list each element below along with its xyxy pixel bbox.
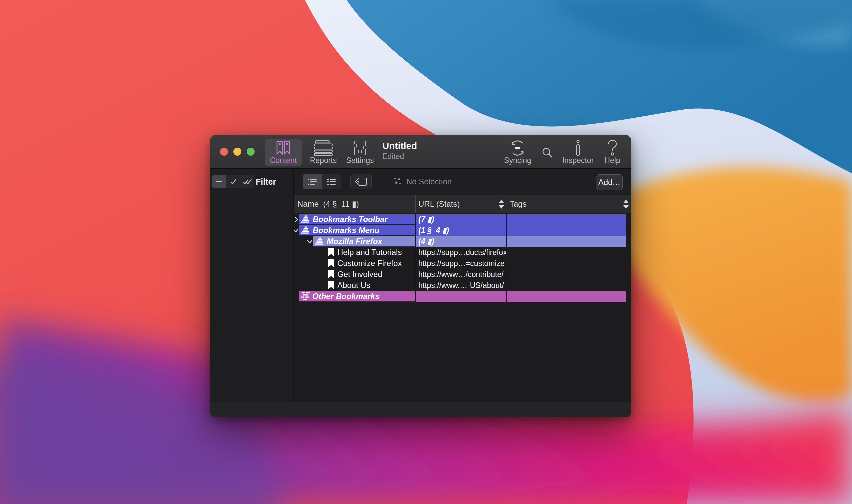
selection-status: No Selection xyxy=(394,177,452,186)
row-name-cell: Customize Firefox xyxy=(294,258,416,269)
row-name: Bookmarks Menu xyxy=(313,226,379,235)
row-tags-cell xyxy=(507,291,626,302)
zoom-button[interactable] xyxy=(247,148,255,156)
row-name: Get Involved xyxy=(337,270,382,279)
tag-view-button[interactable] xyxy=(350,174,371,189)
help-label: Help xyxy=(604,157,620,164)
row-name: Bookmarks Toolbar xyxy=(313,215,388,224)
row-icon xyxy=(328,281,335,290)
disclosure-chevron[interactable] xyxy=(294,217,299,223)
column-header-url[interactable]: URL (Stats) xyxy=(416,195,507,213)
row-icon xyxy=(301,292,310,300)
disclosure-chevron[interactable] xyxy=(307,239,313,244)
row-tags-cell xyxy=(507,269,626,280)
window-title: Untitled xyxy=(382,140,417,152)
row-tags-cell xyxy=(507,280,626,291)
row-name-cell: Other Bookmarks xyxy=(294,291,416,302)
row-tags-cell xyxy=(507,258,626,269)
column-header-tags[interactable]: Tags xyxy=(507,195,631,213)
row-name-cell: Get Involved xyxy=(294,269,416,280)
filter-segment-minus[interactable] xyxy=(212,175,226,188)
tab-content[interactable]: Content xyxy=(265,139,302,166)
row-name-cell: Mozilla Firefox xyxy=(294,236,416,247)
selection-dots-icon xyxy=(394,177,402,186)
column-header-name[interactable]: Name (4 § 11 ▮) xyxy=(294,195,416,213)
sidebar: Filter xyxy=(210,169,293,402)
no-selection-label: No Selection xyxy=(406,177,452,186)
column-tags-label: Tags xyxy=(510,199,527,209)
view-mode-segmented-control xyxy=(303,174,341,189)
row-tags-cell xyxy=(507,214,626,225)
url-sort-arrows xyxy=(498,195,504,213)
search-button[interactable] xyxy=(540,139,555,166)
row-icon xyxy=(301,215,310,223)
titlebar: Content Reports xyxy=(210,135,631,169)
window-body: Filter xyxy=(210,169,631,402)
row-icon xyxy=(328,259,335,268)
table-row[interactable]: Other Bookmarks xyxy=(294,291,626,302)
sidebar-content xyxy=(210,195,293,402)
row-name-cell: About Us xyxy=(294,280,416,291)
table-row[interactable]: Help and Tutorials https://supp…ducts/fi… xyxy=(294,247,626,258)
window-edited-status: Edited xyxy=(382,152,417,162)
syncing-label: Syncing xyxy=(504,157,531,164)
table-row[interactable]: Get Involved https://www…/contribute/ xyxy=(294,269,626,280)
minimize-button[interactable] xyxy=(233,148,241,156)
row-tags-cell xyxy=(507,225,626,236)
row-url-cell xyxy=(416,291,507,302)
table-row[interactable]: Customize Firefox https://supp…=customiz… xyxy=(294,258,626,269)
tab-reports[interactable]: Reports xyxy=(307,139,340,166)
bookmarks-pair-icon xyxy=(275,139,292,157)
table-row[interactable]: About Us https://www.…-US/about/ xyxy=(294,280,626,291)
filter-segment-check[interactable] xyxy=(226,175,240,188)
desktop: { "window": { "title": "Untitled", "subt… xyxy=(0,0,852,504)
row-tags-cell xyxy=(507,247,626,258)
row-name: Other Bookmarks xyxy=(312,292,379,301)
tab-settings-label: Settings xyxy=(346,157,374,164)
row-icon xyxy=(315,237,324,245)
row-name: Mozilla Firefox xyxy=(327,237,382,246)
row-name: Customize Firefox xyxy=(337,259,402,268)
row-url-cell: (4 ▮) xyxy=(416,236,507,247)
table-header: Name (4 § 11 ▮) URL (Stats) Tags xyxy=(294,195,631,213)
row-url-cell: https://www…/contribute/ xyxy=(416,269,507,280)
column-name-label: Name (4 § 11 ▮) xyxy=(297,199,359,209)
inspector-button[interactable]: Inspector xyxy=(561,139,595,166)
row-url-cell: (7 ▮) xyxy=(416,214,507,225)
list-view-segment[interactable] xyxy=(322,174,341,189)
question-mark-icon xyxy=(606,139,619,157)
disclosure-chevron[interactable] xyxy=(294,228,299,233)
reports-list-icon xyxy=(314,139,333,157)
help-button[interactable]: Help xyxy=(599,139,626,166)
filter-segmented-control xyxy=(212,175,254,188)
info-icon xyxy=(575,139,581,157)
row-url-cell: https://supp…ducts/firefox xyxy=(416,247,507,258)
bookmarks-app-window: Content Reports xyxy=(210,135,631,417)
sliders-icon xyxy=(352,139,368,157)
inspector-label: Inspector xyxy=(562,157,594,164)
row-tags-cell xyxy=(507,236,626,247)
row-name-cell: Bookmarks Toolbar xyxy=(294,214,416,225)
add-button[interactable]: Add… xyxy=(596,174,623,190)
table-row[interactable]: Bookmarks Toolbar (7 ▮) xyxy=(294,214,626,225)
row-name: Help and Tutorials xyxy=(337,248,402,257)
window-title-block: Untitled Edited xyxy=(382,140,417,161)
table-row[interactable]: Mozilla Firefox (4 ▮) xyxy=(294,236,626,247)
tags-sort-arrows xyxy=(623,195,629,213)
close-button[interactable] xyxy=(220,148,228,156)
row-url-cell: https://supp…=customize xyxy=(416,258,507,269)
status-bar xyxy=(210,402,631,417)
tab-content-label: Content xyxy=(270,157,297,164)
tab-settings[interactable]: Settings xyxy=(343,139,377,166)
table-row[interactable]: Bookmarks Menu (1 § 4 ▮) xyxy=(294,225,626,236)
row-url-cell: (1 § 4 ▮) xyxy=(416,225,507,236)
traffic-lights xyxy=(220,148,255,156)
column-url-label: URL (Stats) xyxy=(418,199,460,209)
outline-view-segment[interactable] xyxy=(303,174,322,189)
row-name: About Us xyxy=(337,281,370,290)
content-pane: No Selection Add… Name (4 § 11 ▮) URL (S… xyxy=(294,169,631,402)
filter-label: Filter xyxy=(256,177,276,187)
syncing-button[interactable]: Syncing xyxy=(501,139,534,166)
filter-segment-double-check[interactable] xyxy=(240,175,254,188)
row-name-cell: Help and Tutorials xyxy=(294,247,416,258)
